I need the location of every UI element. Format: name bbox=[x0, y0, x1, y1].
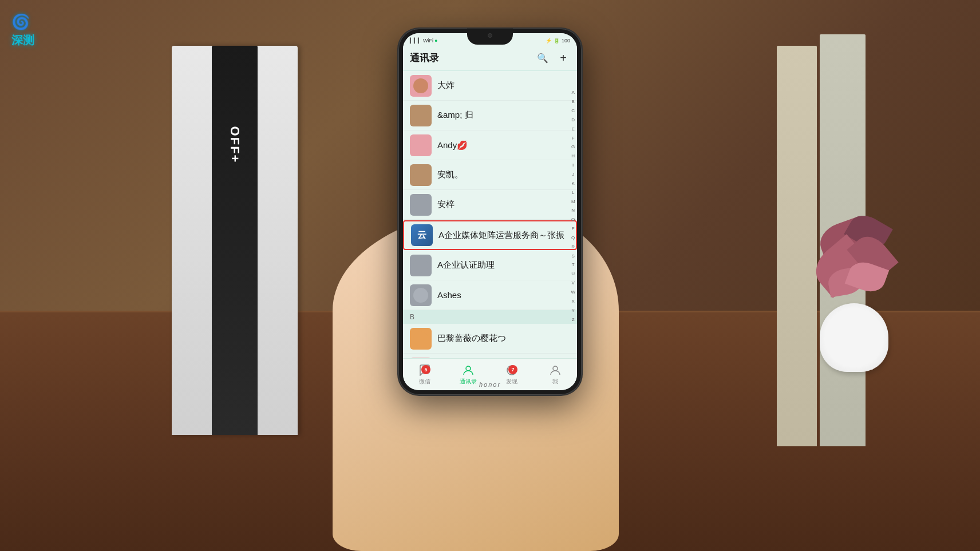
contact-item-andy[interactable]: Andy💋 bbox=[403, 130, 577, 160]
contact-item-ankai[interactable]: 安凯。 bbox=[403, 160, 577, 190]
contact-name-anzi: 安梓 bbox=[437, 199, 570, 210]
contact-item-bbby[interactable]: bbby bbox=[403, 354, 577, 358]
signal-icon: ▎▎▎ bbox=[410, 38, 422, 43]
avatar-bajing bbox=[410, 328, 432, 350]
alpha-i[interactable]: I bbox=[572, 162, 574, 168]
contact-name-ampgui: &amp; 归 bbox=[437, 110, 570, 121]
me-label: 我 bbox=[552, 378, 558, 386]
phone-notch bbox=[467, 29, 513, 45]
nav-item-chat[interactable]: 5 微信 bbox=[403, 364, 446, 386]
alphabet-sidebar[interactable]: A B C D E F G H I J K L M N O P Q bbox=[571, 88, 575, 324]
avatar-ankai bbox=[410, 164, 432, 186]
top-bar-actions: 🔍 + bbox=[536, 51, 570, 65]
phone-screen: ▎▎▎ WiFi ● ⚡ 🔋 100 通讯录 🔍 + bbox=[403, 33, 577, 390]
succulent-plant bbox=[803, 200, 906, 372]
contacts-icon bbox=[462, 364, 475, 376]
top-bar: 通讯录 🔍 + bbox=[403, 46, 577, 71]
chat-label: 微信 bbox=[419, 378, 430, 386]
contacts-label: 通讯录 bbox=[460, 378, 477, 386]
phone-brand-label: honor bbox=[479, 381, 501, 388]
alpha-n[interactable]: N bbox=[571, 208, 575, 213]
wifi-icon: WiFi bbox=[423, 38, 433, 43]
alpha-f[interactable]: F bbox=[572, 136, 575, 141]
battery-level: 100 bbox=[562, 38, 570, 43]
plant-leaves bbox=[808, 200, 900, 315]
contact-name-enterprise-auth: A企业认证助理 bbox=[437, 260, 570, 271]
alpha-e[interactable]: E bbox=[572, 126, 575, 132]
alpha-g[interactable]: G bbox=[571, 144, 575, 149]
contact-name-bajing: 巴黎蔷薇の樱花つ bbox=[437, 333, 570, 344]
alpha-u[interactable]: U bbox=[571, 271, 575, 276]
bluetooth-icon: ⚡ bbox=[546, 38, 552, 43]
contact-item-ashes[interactable]: Ashes bbox=[403, 280, 577, 310]
alpha-w[interactable]: W bbox=[571, 290, 575, 295]
avatar-ashes bbox=[410, 284, 432, 306]
book-off-plus bbox=[212, 46, 258, 435]
contact-name-ankai: 安凯。 bbox=[437, 169, 570, 180]
alpha-c[interactable]: C bbox=[571, 108, 575, 113]
avatar-enterprise-media: 云 bbox=[411, 224, 433, 246]
status-bar-left: ▎▎▎ WiFi ● bbox=[410, 38, 437, 43]
camera-dot bbox=[488, 33, 492, 38]
contact-name-enterprise-media: A企业媒体矩阵运营服务商～张振 bbox=[438, 230, 569, 241]
data-icon: ● bbox=[434, 38, 437, 43]
avatar-anzi bbox=[410, 194, 432, 216]
svg-point-0 bbox=[466, 366, 471, 371]
alpha-d[interactable]: D bbox=[571, 117, 575, 122]
contact-item-ampgui[interactable]: &amp; 归 bbox=[403, 101, 577, 130]
contact-name-andy: Andy💋 bbox=[437, 140, 570, 150]
watermark-text: 🌀 深测 bbox=[11, 11, 69, 49]
alpha-x[interactable]: X bbox=[572, 299, 575, 304]
nav-item-me[interactable]: 我 bbox=[534, 364, 577, 386]
me-icon bbox=[549, 364, 562, 376]
avatar-dazha bbox=[410, 75, 432, 97]
watermark-logo: 🌀 深测 bbox=[11, 11, 69, 69]
discover-label: 发现 bbox=[506, 378, 517, 386]
plant-pot bbox=[820, 303, 888, 372]
contact-item-enterprise-media[interactable]: 云 A企业媒体矩阵运营服务商～张振 bbox=[403, 220, 577, 250]
alpha-m[interactable]: M bbox=[571, 199, 575, 204]
alpha-j[interactable]: J bbox=[572, 172, 574, 177]
alpha-v[interactable]: V bbox=[572, 280, 575, 286]
alpha-r[interactable]: R bbox=[571, 244, 575, 249]
contact-item-enterprise-auth[interactable]: A企业认证助理 bbox=[403, 251, 577, 280]
alpha-z[interactable]: Z bbox=[572, 317, 575, 322]
avatar-bbby bbox=[410, 358, 432, 359]
page-title: 通讯录 bbox=[410, 51, 439, 65]
chat-badge: 5 bbox=[421, 365, 430, 374]
alpha-h[interactable]: H bbox=[571, 153, 575, 158]
svg-point-3 bbox=[553, 366, 558, 371]
status-bar-right: ⚡ 🔋 100 bbox=[546, 38, 570, 43]
contact-name-ashes: Ashes bbox=[437, 290, 570, 300]
alpha-a[interactable]: A bbox=[572, 90, 575, 95]
avatar-andy bbox=[410, 134, 432, 156]
contact-item-anzi[interactable]: 安梓 bbox=[403, 190, 577, 220]
alpha-y[interactable]: Y bbox=[572, 308, 575, 313]
alpha-o[interactable]: O bbox=[571, 217, 575, 222]
alpha-l[interactable]: L bbox=[572, 190, 574, 195]
discover-badge: 7 bbox=[508, 365, 517, 374]
contact-name-dazha: 大炸 bbox=[437, 80, 570, 91]
phone-wrapper: ▎▎▎ WiFi ● ⚡ 🔋 100 通讯录 🔍 + bbox=[398, 29, 582, 395]
alpha-q[interactable]: Q bbox=[571, 235, 575, 240]
alpha-p[interactable]: P bbox=[572, 226, 575, 231]
search-button[interactable]: 🔍 bbox=[536, 51, 550, 65]
contact-item-dazha[interactable]: 大炸 bbox=[403, 71, 577, 101]
contact-list: 大炸 &amp; 归 Andy💋 bbox=[403, 71, 577, 358]
battery-icon: 🔋 bbox=[554, 38, 560, 43]
alpha-k[interactable]: K bbox=[572, 181, 575, 186]
alpha-t[interactable]: T bbox=[572, 262, 575, 267]
add-contact-button[interactable]: + bbox=[556, 51, 570, 65]
section-divider-b: B bbox=[403, 310, 577, 324]
avatar-ampgui bbox=[410, 105, 432, 126]
alpha-s[interactable]: S bbox=[572, 253, 575, 259]
contact-item-bajing[interactable]: 巴黎蔷薇の樱花つ bbox=[403, 324, 577, 354]
alpha-b[interactable]: B bbox=[572, 99, 575, 104]
phone-device: ▎▎▎ WiFi ● ⚡ 🔋 100 通讯录 🔍 + bbox=[398, 29, 582, 395]
avatar-enterprise-auth bbox=[410, 255, 432, 276]
